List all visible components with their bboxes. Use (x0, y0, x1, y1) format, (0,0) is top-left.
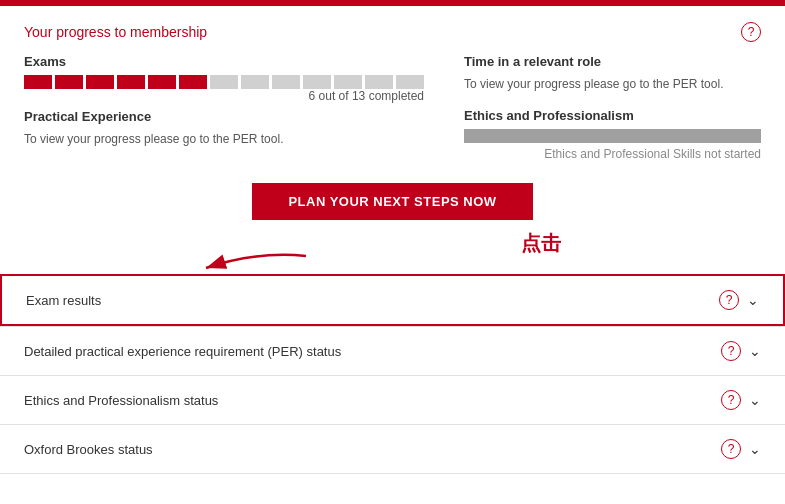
oxford-status-help-icon[interactable]: ? (721, 439, 741, 459)
bar-seg-1 (24, 75, 52, 89)
per-status-row[interactable]: Detailed practical experience requiremen… (0, 327, 785, 375)
bar-seg-13 (396, 75, 424, 89)
time-role-subtext: To view your progress please go to the P… (464, 75, 761, 93)
per-status-right: ? ⌄ (721, 341, 761, 361)
accordion-container: Exam results ? ⌄ Detailed practical expe… (0, 274, 785, 474)
bar-seg-5 (148, 75, 176, 89)
exam-results-help-icon[interactable]: ? (719, 290, 739, 310)
accordion-item-0: Exam results ? ⌄ (0, 274, 785, 327)
arrow-icon (196, 246, 316, 286)
accordion-item-3: Oxford Brookes status ? ⌄ (0, 425, 785, 474)
bar-seg-9 (272, 75, 300, 89)
ethics-status-chevron: ⌄ (749, 392, 761, 408)
oxford-status-chevron: ⌄ (749, 441, 761, 457)
exam-results-label: Exam results (26, 293, 101, 308)
time-role-label: Time in a relevant role (464, 54, 761, 69)
ethics-status-help-icon[interactable]: ? (721, 390, 741, 410)
per-status-chevron: ⌄ (749, 343, 761, 359)
progress-title: Your progress to membership (24, 24, 207, 40)
per-subtext: To view your progress please go to the P… (24, 130, 424, 148)
bar-seg-8 (241, 75, 269, 89)
ethics-progress-bar (464, 129, 761, 143)
plan-next-steps-button[interactable]: PLAN YOUR NEXT STEPS NOW (252, 183, 532, 220)
ethics-not-started: Ethics and Professional Skills not start… (464, 147, 761, 161)
accordion-item-2: Ethics and Professionalism status ? ⌄ (0, 376, 785, 425)
exam-count: 6 out of 13 completed (24, 89, 424, 103)
ethics-status-label: Ethics and Professionalism status (24, 393, 218, 408)
exam-results-chevron: ⌄ (747, 292, 759, 308)
oxford-status-right: ? ⌄ (721, 439, 761, 459)
progress-help-icon[interactable]: ? (741, 22, 761, 42)
oxford-status-row[interactable]: Oxford Brookes status ? ⌄ (0, 425, 785, 473)
bar-seg-10 (303, 75, 331, 89)
click-annotation: 点击 (521, 230, 561, 257)
bar-seg-6 (179, 75, 207, 89)
plan-btn-row: PLAN YOUR NEXT STEPS NOW (24, 183, 761, 220)
oxford-status-label: Oxford Brookes status (24, 442, 153, 457)
per-status-label: Detailed practical experience requiremen… (24, 344, 341, 359)
ethics-status-row[interactable]: Ethics and Professionalism status ? ⌄ (0, 376, 785, 424)
ethics-status-right: ? ⌄ (721, 390, 761, 410)
bar-seg-2 (55, 75, 83, 89)
exam-results-row[interactable]: Exam results ? ⌄ (0, 274, 785, 326)
bar-seg-12 (365, 75, 393, 89)
exam-bar-wrapper (24, 75, 424, 89)
per-status-help-icon[interactable]: ? (721, 341, 741, 361)
bar-seg-3 (86, 75, 114, 89)
accordion-item-1: Detailed practical experience requiremen… (0, 327, 785, 376)
bar-seg-11 (334, 75, 362, 89)
ethics-label: Ethics and Professionalism (464, 108, 761, 123)
exam-results-right: ? ⌄ (719, 290, 759, 310)
bar-seg-7 (210, 75, 238, 89)
exams-col: Exams 6 out of 13 co (24, 54, 424, 161)
progress-section: Your progress to membership ? Exams (24, 22, 761, 161)
time-role-col: Time in a relevant role To view your pro… (464, 54, 761, 161)
annotation-area: 点击 (24, 238, 761, 274)
bar-seg-4 (117, 75, 145, 89)
per-label: Practical Experience (24, 109, 424, 124)
exams-label: Exams (24, 54, 424, 69)
